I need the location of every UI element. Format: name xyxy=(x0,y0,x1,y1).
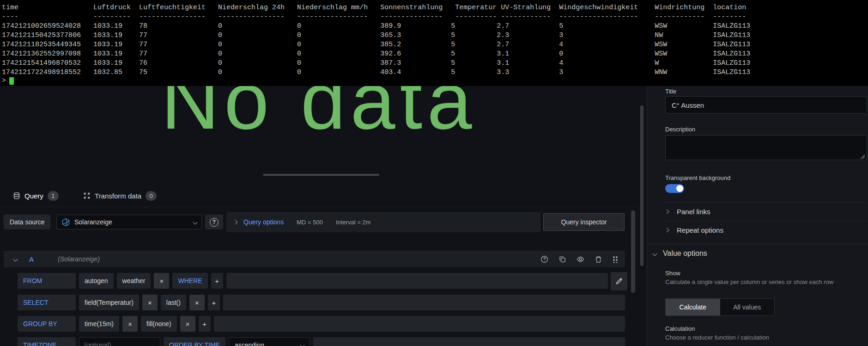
influx-timezone-row: TIMEZONE ORDER BY TIME ascending xyxy=(18,337,625,346)
orderby-select[interactable]: ascending xyxy=(229,337,310,346)
duplicate-icon[interactable] xyxy=(558,255,566,263)
remove-field-button[interactable]: × xyxy=(142,295,158,310)
pane-resize-handle[interactable] xyxy=(263,174,379,176)
max-data-points-value: MD = 500 xyxy=(297,219,323,226)
datasource-picker[interactable]: Solaranzeige xyxy=(56,215,202,229)
remove-aggregation-button[interactable]: × xyxy=(189,295,205,310)
influx-select-row: SELECT field(Temperatur) × last() × + xyxy=(18,295,625,310)
select-aggregation-chip[interactable]: last() xyxy=(161,295,186,310)
timezone-row-filler xyxy=(313,337,625,346)
select-row-filler xyxy=(223,295,625,310)
from-row-filler xyxy=(226,273,608,289)
chevron-down-icon xyxy=(653,251,657,256)
terminal-cursor xyxy=(9,77,14,85)
groupby-time-chip[interactable]: time(15m) xyxy=(79,316,119,332)
datasource-label: Data source xyxy=(4,215,50,229)
main-pane-scrollbar[interactable] xyxy=(640,105,643,266)
grafana-panel-editor: No data Query 1 Transform xyxy=(0,0,868,346)
query-actions xyxy=(540,255,618,263)
interval-value: Interval = 2m xyxy=(336,219,371,226)
pencil-icon xyxy=(615,277,623,285)
add-select-button[interactable]: + xyxy=(208,295,220,310)
remove-measurement-button[interactable]: × xyxy=(154,273,169,289)
panel-description-textarea[interactable] xyxy=(665,135,867,160)
terminal-prompt[interactable]: > xyxy=(2,77,14,85)
help-circle-icon[interactable] xyxy=(540,255,548,263)
query-row-header[interactable]: A (Solaranzeige) xyxy=(4,251,625,267)
database-icon xyxy=(13,192,20,199)
select-field-chip[interactable]: field(Temperatur) xyxy=(79,295,139,310)
add-where-button[interactable]: + xyxy=(211,273,223,289)
transparent-background-label: Transparent background xyxy=(665,174,730,181)
panel-title-input[interactable] xyxy=(665,96,867,114)
influx-groupby-row: GROUP BY time(15m) × fill(none) × + xyxy=(18,316,625,332)
query-inspector-button[interactable]: Query inspector xyxy=(543,213,625,231)
show-mode-radio-group: Calculate All values xyxy=(665,298,775,316)
description-label: Description xyxy=(665,126,695,133)
calculate-option[interactable]: Calculate xyxy=(666,299,720,315)
calculation-label: Calculation xyxy=(665,325,695,332)
query-options-bar: Query options MD = 500 Interval = 2m xyxy=(226,212,540,232)
drag-grip-icon[interactable] xyxy=(613,255,618,263)
section-divider xyxy=(647,244,868,244)
transparent-background-toggle[interactable] xyxy=(665,184,684,193)
chevron-right-icon xyxy=(665,228,669,233)
calculation-description: Choose a reducer function / calculation xyxy=(665,334,852,341)
orderby-value: ascending xyxy=(235,341,301,346)
query-area-scrollbar[interactable] xyxy=(631,210,635,293)
show-label: Show xyxy=(665,270,680,277)
help-icon: ? xyxy=(210,218,219,227)
query-ref-id: A xyxy=(29,255,34,263)
value-options-section-header[interactable]: Value options xyxy=(653,249,707,258)
editor-tab-bar: Query 1 Transform data 0 xyxy=(0,184,637,207)
groupby-keyword[interactable]: GROUP BY xyxy=(18,316,76,332)
query-count-badge: 1 xyxy=(48,191,59,201)
datasource-value: Solaranzeige xyxy=(74,218,189,226)
divider xyxy=(665,221,867,221)
transform-count-badge: 0 xyxy=(146,191,157,201)
orderby-keyword[interactable]: ORDER BY TIME xyxy=(164,337,225,346)
groupby-fill-chip[interactable]: fill(none) xyxy=(141,316,177,332)
transform-icon xyxy=(83,192,91,199)
tab-query-label: Query xyxy=(24,192,43,200)
query-options-toggle[interactable]: Query options xyxy=(243,218,284,226)
query-datasource-hint: (Solaranzeige) xyxy=(58,255,100,263)
divider xyxy=(665,202,867,203)
repeat-options-section[interactable]: Repeat options xyxy=(665,226,723,234)
tab-transform-data[interactable]: Transform data 0 xyxy=(83,187,157,204)
tab-query[interactable]: Query 1 xyxy=(13,187,59,204)
timezone-input[interactable] xyxy=(79,337,160,346)
collapse-chevron-icon[interactable] xyxy=(13,257,18,261)
terminal-window[interactable]: name: weather time Luftdruck Luftfeuchti… xyxy=(0,0,868,86)
tab-transform-label: Transform data xyxy=(95,192,141,200)
from-policy-chip[interactable]: autogen xyxy=(79,273,114,289)
chevron-down-icon xyxy=(193,220,198,224)
toggle-text-edit-button[interactable] xyxy=(611,272,627,290)
timezone-keyword[interactable]: TIMEZONE xyxy=(18,337,76,346)
chevron-right-icon[interactable] xyxy=(233,220,238,224)
from-keyword[interactable]: FROM xyxy=(18,273,76,289)
groupby-row-filler xyxy=(214,316,625,332)
chevron-down-icon xyxy=(300,343,305,346)
where-keyword[interactable]: WHERE xyxy=(172,273,207,289)
terminal-output: name: weather time Luftdruck Luftfeuchti… xyxy=(2,0,750,77)
title-label: Title xyxy=(665,88,676,95)
add-groupby-button[interactable]: + xyxy=(199,316,211,332)
remove-time-button[interactable]: × xyxy=(122,316,138,332)
show-description: Calculate a single value per column or s… xyxy=(665,278,852,286)
chevron-right-icon xyxy=(665,210,669,214)
remove-fill-button[interactable]: × xyxy=(180,316,195,332)
all-values-option[interactable]: All values xyxy=(720,299,775,315)
datasource-logo-icon xyxy=(61,218,70,227)
eye-icon[interactable] xyxy=(577,255,584,263)
query-toolbar: Data source Solaranzeige ? Query options… xyxy=(0,212,637,232)
from-measurement-chip[interactable]: weather xyxy=(117,273,151,289)
select-keyword[interactable]: SELECT xyxy=(18,295,76,310)
trash-icon[interactable] xyxy=(595,255,602,263)
datasource-help-button[interactable]: ? xyxy=(205,215,223,229)
influx-from-row: FROM autogen weather × WHERE + xyxy=(18,273,608,289)
panel-links-section[interactable]: Panel links xyxy=(665,208,710,216)
